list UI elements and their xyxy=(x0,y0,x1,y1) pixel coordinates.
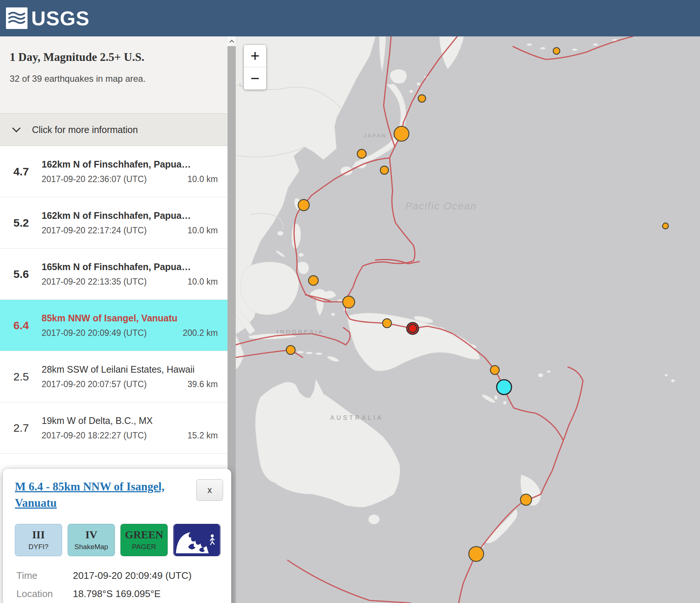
quake-marker-honshu[interactable] xyxy=(394,126,409,141)
earthquake-list-item[interactable]: 5.2162km N of Finschhafen, Papua…2017-09… xyxy=(0,197,228,249)
dyfi-badge[interactable]: IIIDYFI? xyxy=(15,524,62,556)
badge-label: DYFI? xyxy=(29,543,49,551)
zoom-in-button[interactable]: + xyxy=(244,45,266,67)
tsunami-link-badge[interactable] xyxy=(173,524,220,556)
quake-marker-midpacific[interactable] xyxy=(662,223,668,229)
list-count: 32 of 39 earthquakes in map area. xyxy=(10,74,218,84)
magnitude-value: 2.5 xyxy=(13,370,42,383)
magnitude-value: 5.6 xyxy=(13,268,42,281)
world-map[interactable]: JAPANPacific OceanINDONESIAAUSTRALIAL I … xyxy=(236,36,700,603)
badge-value: IV xyxy=(85,529,97,541)
zoom-out-button[interactable]: − xyxy=(244,67,266,90)
quake-marker-newbritain-inner[interactable] xyxy=(409,324,417,333)
earthquake-list-item[interactable]: 6.485km NNW of Isangel, Vanuatu2017-09-2… xyxy=(0,300,228,351)
chevron-down-icon xyxy=(12,124,21,133)
earthquake-list-item[interactable]: 4.7162km N of Finschhafen, Papua…2017-09… xyxy=(0,146,228,197)
field-row: Time2017-09-20 20:09:49 (UTC) xyxy=(16,570,217,581)
quake-marker-izu[interactable] xyxy=(380,166,388,174)
earthquake-list-item[interactable]: 5.6165km N of Finschhafen, Papua…2017-09… xyxy=(0,249,228,300)
land-mindanao xyxy=(298,262,309,274)
badge-value: GREEN xyxy=(125,529,163,541)
more-information-toggle[interactable]: Click for more information xyxy=(0,113,228,146)
event-depth: 10.0 km xyxy=(187,277,218,287)
magnitude-value: 5.2 xyxy=(13,217,42,229)
quake-marker-santacruz[interactable] xyxy=(490,366,499,375)
quake-marker-aleutian[interactable] xyxy=(553,48,560,54)
map-zoom-control: + − xyxy=(244,45,266,90)
pager-badge[interactable]: GREENPAGER xyxy=(120,524,168,556)
tsunami-wave-icon xyxy=(173,524,220,556)
list-header: 1 Day, Magnitude 2.5+ U.S. 32 of 39 eart… xyxy=(0,36,228,113)
event-fields: Time2017-09-20 20:09:49 (UTC)Location18.… xyxy=(16,570,217,603)
quake-marker-png-coast[interactable] xyxy=(383,319,391,328)
event-time: 2017-09-20 22:13:35 (UTC) xyxy=(42,277,147,287)
shakemap-badge[interactable]: IVShakeMap xyxy=(68,524,115,556)
land-tasmania xyxy=(368,515,380,524)
map-canvas[interactable]: JAPANPacific OceanINDONESIAAUSTRALIAL I xyxy=(236,36,700,603)
event-depth: 39.6 km xyxy=(187,379,218,389)
event-time: 2017-09-20 22:36:07 (UTC) xyxy=(42,174,147,184)
event-location: 165km N of Finschhafen, Papua… xyxy=(42,262,218,272)
event-depth: 10.0 km xyxy=(187,226,218,236)
quake-marker-south-nz[interactable] xyxy=(469,547,484,561)
map-label: Pacific Ocean xyxy=(405,201,477,212)
badge-label: PAGER xyxy=(132,543,156,551)
event-time: 2017-09-20 20:09:49 (UTC) xyxy=(42,328,147,338)
earthquake-list-item[interactable]: 2.719km W of Delta, B.C., MX2017-09-20 1… xyxy=(0,402,228,454)
earthquake-list: 4.7162km N of Finschhafen, Papua…2017-09… xyxy=(0,146,228,454)
map-label: JAPAN xyxy=(364,132,387,139)
app-header: USGS xyxy=(0,0,700,36)
quake-marker-nz[interactable] xyxy=(520,494,532,505)
magnitude-value: 6.4 xyxy=(13,319,42,332)
impact-badges: IIIDYFI?IVShakeMapGREENPAGER xyxy=(15,524,220,556)
event-depth: 200.2 km xyxy=(183,328,218,338)
popup-close-button[interactable]: x xyxy=(196,479,223,501)
event-time: 2017-09-20 20:07:57 (UTC) xyxy=(42,379,147,389)
map-label: INDONESIA xyxy=(277,328,324,335)
event-popup: M 6.4 - 85km NNW of Isangel, Vanuatu x I… xyxy=(3,469,231,603)
event-location: 28km SSW of Leilani Estates, Hawaii xyxy=(42,364,218,375)
event-location: 85km NNW of Isangel, Vanuatu xyxy=(42,313,218,324)
field-label: Time xyxy=(16,570,73,581)
quake-marker-osaka[interactable] xyxy=(357,149,366,158)
quake-marker-kuril[interactable] xyxy=(418,95,426,102)
field-row: Location18.798°S 169.095°E xyxy=(16,588,217,600)
field-label: Location xyxy=(16,588,73,600)
event-time: 2017-09-20 22:17:24 (UTC) xyxy=(42,226,147,236)
event-location: 19km W of Delta, B.C., MX xyxy=(42,415,218,426)
event-location: 162km N of Finschhafen, Papua… xyxy=(42,210,218,221)
usgs-waves-icon xyxy=(6,7,28,29)
usgs-logo-text: USGS xyxy=(31,8,90,28)
field-value: 2017-09-20 20:09:49 (UTC) xyxy=(73,570,191,581)
scroll-up-button[interactable] xyxy=(228,36,236,46)
magnitude-value: 2.7 xyxy=(13,422,42,434)
magnitude-value: 4.7 xyxy=(13,165,42,178)
usgs-logo[interactable]: USGS xyxy=(6,7,90,29)
event-time: 2017-09-20 18:22:27 (UTC) xyxy=(42,431,147,441)
badge-label: ShakeMap xyxy=(74,543,108,551)
badge-value: III xyxy=(32,529,45,541)
quake-marker-molucca[interactable] xyxy=(343,296,355,308)
event-depth: 10.0 km xyxy=(187,174,218,184)
quake-marker-taiwan[interactable] xyxy=(298,200,309,211)
event-depth: 15.2 km xyxy=(187,431,218,441)
list-title: 1 Day, Magnitude 2.5+ U.S. xyxy=(10,51,218,64)
event-location: 162km N of Finschhafen, Papua… xyxy=(42,159,218,170)
map-label: AUSTRALIA xyxy=(330,415,384,421)
event-title-link[interactable]: M 6.4 - 85km NNW of Isangel, Vanuatu xyxy=(15,479,178,511)
quake-marker-vanuatu-selected[interactable] xyxy=(497,380,512,395)
field-value: 18.798°S 169.095°E xyxy=(73,588,161,600)
earthquake-list-item[interactable]: 2.528km SSW of Leilani Estates, Hawaii20… xyxy=(0,351,228,402)
quake-marker-bali[interactable] xyxy=(286,346,295,354)
quake-marker-celebes[interactable] xyxy=(309,276,318,285)
more-information-label: Click for more information xyxy=(32,124,138,135)
chevron-up-icon xyxy=(229,40,234,45)
